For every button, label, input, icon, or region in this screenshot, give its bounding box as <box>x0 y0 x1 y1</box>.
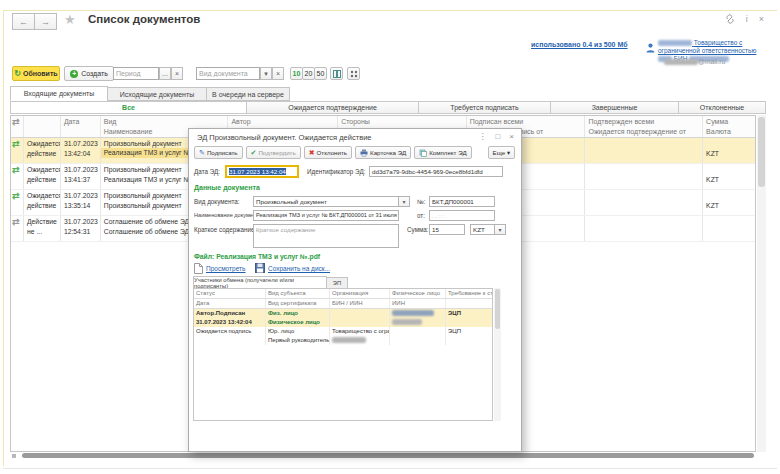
ed-id-field[interactable]: dd3d7a79-9dbc-4454-969-0ece8bfd1dfd <box>369 166 503 177</box>
doc-kind-field[interactable]: Произвольный документ <box>253 196 399 207</box>
filter-need-sign[interactable]: Требуется подписать <box>418 101 551 114</box>
app-window: ← → ★ Список документов i × использовано… <box>0 0 780 474</box>
row-date: 31.07.202313:41:37 <box>61 164 101 189</box>
filter-await-confirmation[interactable]: Ожидается подтверждение <box>246 101 419 114</box>
doc-kind-dropdown[interactable]: ▾ <box>399 196 410 207</box>
filter-rejected[interactable]: Отклоненные <box>678 101 766 114</box>
confirm-button[interactable]: ✔ Подтвердить <box>246 146 301 159</box>
close-icon[interactable]: × <box>759 15 764 24</box>
forward-button[interactable]: → <box>34 13 57 30</box>
row-status: Ожидается действие <box>24 138 61 163</box>
period-clear-button[interactable]: × <box>171 67 183 80</box>
exchange-icon: ⇄ <box>12 165 20 175</box>
doc-kind-label: Вид документа: <box>194 198 240 205</box>
period-choose-button[interactable]: ... <box>159 67 171 80</box>
currency-dropdown[interactable]: ▾ <box>495 224 506 235</box>
favorite-star-icon[interactable]: ★ <box>64 12 76 27</box>
col-date[interactable]: Дата <box>61 116 101 137</box>
currency-field[interactable]: KZT <box>470 224 495 235</box>
row-date: 31.07.202312:54:31 <box>61 216 101 241</box>
participant-row[interactable]: Ожидается подпись Юр. лицоПервый руковод… <box>194 327 492 345</box>
participant-row[interactable]: Автор.Подписан31.07.2023 13:42:04 Физ. л… <box>194 309 492 327</box>
more-button[interactable]: Еще ▾ <box>488 146 515 159</box>
save-file-link[interactable]: Сохранить на диск... <box>268 265 330 272</box>
frame-line <box>3 10 4 466</box>
decline-button[interactable]: ✖ Отклонить <box>304 146 352 159</box>
exchange-icon: ⇄ <box>12 217 20 227</box>
page-size-50[interactable]: 50 <box>314 67 327 80</box>
doctype-dropdown-button[interactable]: ▾ <box>260 67 272 80</box>
columns-view-button[interactable] <box>330 67 343 80</box>
redacted-text <box>332 337 366 343</box>
scrollbar-thumb[interactable] <box>495 289 500 329</box>
vertical-scrollbar[interactable] <box>757 115 766 452</box>
info-icon[interactable]: i <box>746 15 748 24</box>
sum-field[interactable]: 15 <box>429 224 465 235</box>
summary-field[interactable]: Краткое содержание <box>253 224 399 248</box>
participants-subheader: Дата Вид сертификата БИН / ИИН ИИН <box>194 299 492 309</box>
participants-header: Статус Вид субъекта Организация Физическ… <box>194 289 492 299</box>
row-currency <box>703 216 755 241</box>
ed-document-dialog: ЭД Произвольный документ. Ожидается дейс… <box>188 128 522 452</box>
check-icon: ✔ <box>251 149 257 157</box>
tab-outgoing[interactable]: Исходящие документы <box>107 87 207 101</box>
doc-name-field[interactable]: Реализация ТМЗ и услуг № БКТ.ДП000001 от… <box>253 210 399 221</box>
row-status: Действие не ... <box>24 216 61 241</box>
user-email: @mail.ru <box>664 58 725 65</box>
window-controls: i × <box>725 14 764 24</box>
redacted-text <box>664 59 698 65</box>
doc-number-label: №: <box>417 198 426 205</box>
sign-button[interactable]: ✎ Подписать <box>194 146 243 159</box>
back-button[interactable]: ← <box>12 13 35 30</box>
create-label: Создать <box>81 70 108 77</box>
plus-icon: + <box>70 70 78 78</box>
frame-line <box>3 468 777 469</box>
storage-usage-link[interactable]: использовано 0.4 из 500 Мб <box>531 41 628 48</box>
settings-button[interactable] <box>347 67 360 80</box>
columns-icon <box>333 70 341 78</box>
tab-server-queue[interactable]: В очереди на сервере <box>206 87 290 101</box>
dialog-close-icon[interactable]: × <box>509 132 514 141</box>
summary-label: Краткое содержание: <box>194 226 256 233</box>
view-file-link[interactable]: Просмотреть <box>206 265 245 272</box>
doctype-clear-button[interactable]: × <box>272 67 284 80</box>
maximize-icon[interactable]: □ <box>495 132 500 141</box>
ed-card-button[interactable]: Карточка ЭД <box>355 146 411 159</box>
page-icon <box>194 263 203 274</box>
scrollbar-thumb[interactable] <box>22 453 754 458</box>
refresh-button[interactable]: ↻ Обновить <box>12 66 60 81</box>
filter-all[interactable]: Все <box>10 101 247 114</box>
participants-table: Статус Вид субъекта Организация Физическ… <box>193 288 493 421</box>
ed-date-field[interactable]: 31.07.2023 13:42:04 <box>225 165 299 178</box>
row-status: Ожидается действие <box>24 164 61 189</box>
frame-line <box>3 10 777 11</box>
create-button[interactable]: + Создать <box>64 66 114 81</box>
dialog-title: ЭД Произвольный документ. Ожидается дейс… <box>197 133 372 142</box>
doc-from-field[interactable]: . . : : <box>429 210 495 221</box>
scroll-left-button[interactable] <box>12 454 16 458</box>
col-confirmed[interactable]: Подтвержден всемиОжидается подтверждение… <box>585 116 703 137</box>
doc-number-field[interactable]: БКТ.ДП000001 <box>429 196 495 207</box>
ed-bundle-button[interactable]: Комплект ЭД <box>414 146 471 159</box>
period-input[interactable] <box>113 67 159 80</box>
document-data-heading: Данные документа <box>194 184 260 191</box>
pen-icon: ✎ <box>199 149 205 157</box>
horizontal-scrollbar[interactable] <box>10 452 756 460</box>
doctype-input[interactable] <box>196 67 260 80</box>
row-status: Ожидается действие <box>24 190 61 215</box>
more-vert-icon[interactable]: ⋮ <box>478 132 486 141</box>
filter-finished[interactable]: Завершенные <box>550 101 679 114</box>
row-date: 31.07.202313:35:14 <box>61 190 101 215</box>
back-icon: ← <box>19 17 28 27</box>
redacted-text <box>658 40 692 46</box>
file-heading: Файл: Реализация ТМЗ и услуг №.pdf <box>194 253 320 260</box>
get-link-icon[interactable] <box>725 14 735 24</box>
participants-scrollbar[interactable] <box>494 288 501 421</box>
dialog-toolbar: ✎ Подписать ✔ Подтвердить ✖ Отклонить Ка… <box>194 146 472 159</box>
org-name-part2: ограниченной ответственностью <box>658 47 756 54</box>
page-size-group: 10 20 50 <box>290 67 327 80</box>
settings-icon <box>350 70 358 78</box>
col-sum[interactable]: СуммаВалюта <box>703 116 755 137</box>
scrollbar-thumb[interactable] <box>758 117 765 187</box>
tab-incoming[interactable]: Входящие документы <box>10 86 108 101</box>
